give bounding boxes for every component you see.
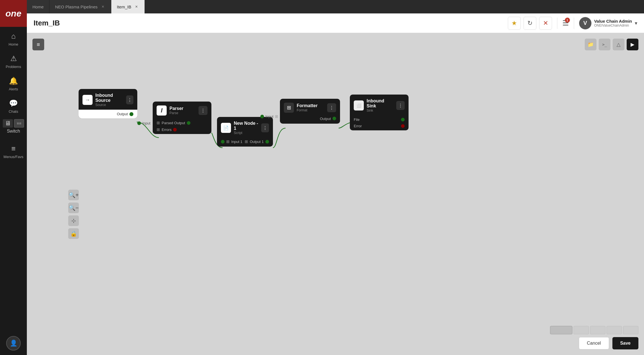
node-formatter-labels: Formatter Format [297,103,318,112]
node-inbound-source[interactable]: → Inbound Source Source ⋮ Output [79,89,137,118]
port-label: Output 1 [250,140,264,144]
port-grid-icon: ⊞ [226,139,230,144]
node-parser-icon: I [157,105,167,116]
port-grid-icon: ⊞ [275,114,278,119]
sidebar-item-home[interactable]: ⌂ Home [0,27,27,49]
list-tool-button[interactable]: ≡ [32,39,44,50]
node-parser[interactable]: I Parser Parse ⋮ ⊞ Parsed Output ⊞ Error… [153,102,211,134]
cancel-button[interactable]: Cancel [579,337,609,349]
node-new-node-ports: ⊞ Input 1 ⊞ Output 1 [217,138,273,147]
node-parser-header: I Parser Parse ⋮ [153,102,211,118]
sidebar: one ⌂ Home ⚠ Problems 🔔 Alerts 💬 Chats 🖥… [0,0,27,355]
sidebar-item-problems[interactable]: ⚠ Problems [0,49,27,72]
problems-icon: ⚠ [10,54,17,63]
node-output-footer: Output [79,110,137,118]
node-subtitle: Format [297,108,318,112]
zoom-out-button[interactable]: 🔍− [68,203,79,213]
port-label: File [354,117,399,122]
output-port-dot [129,112,133,116]
node-inbound-source-labels: Inbound Source Source [95,93,123,107]
menus-icon: ≡ [11,144,15,153]
sidebar-item-chats[interactable]: 💬 Chats [0,94,27,116]
minimap-item [607,326,622,334]
header-divider [557,18,557,29]
minimap-item [550,326,572,334]
tab-close-neo[interactable]: ✕ [100,4,105,9]
lock-button[interactable]: 🔒 [68,228,79,239]
node-menu-button[interactable]: ⋮ [327,103,336,112]
sidebar-item-alerts[interactable]: 🔔 Alerts [0,72,27,94]
tab-item-ib[interactable]: Item_IB ✕ [111,0,145,13]
node-menu-button[interactable]: ⋮ [126,95,133,104]
zoom-out-icon: 🔍− [69,204,79,211]
user-handle: ONEIValueChainAdmin [594,23,632,27]
node-menu-button[interactable]: ⋮ [199,106,207,115]
input-port-label: Input [265,114,273,119]
folder-tool-button[interactable]: 📁 [585,39,596,50]
sidebar-user-avatar[interactable]: 👤 [6,336,21,351]
tab-neo[interactable]: NEO Plasma Pipelines ✕ [49,0,111,13]
node-parser-labels: Parser Parse [169,106,183,115]
port-grid-icon: ⊞ [245,139,248,144]
node-title: Inbound Source [95,93,123,103]
input-port-dot [137,121,141,125]
tab-bar: Home NEO Plasma Pipelines ✕ Item_IB ✕ [27,0,644,13]
zoom-in-icon: 🔍+ [69,192,79,198]
zoom-in-button[interactable]: 🔍+ [68,190,79,200]
layers-icon: △ [617,41,621,48]
layers-tool-button[interactable]: △ [613,39,624,50]
sidebar-item-menus[interactable]: ≡ Menus/Favs [0,139,27,162]
notification-button[interactable]: ☰ 1 [562,19,569,27]
port-dot [265,140,269,144]
node-menu-button[interactable]: ⋮ [261,123,269,132]
refresh-button[interactable]: ↻ [523,17,536,30]
sidebar-item-label: Alerts [9,87,18,91]
run-tool-button[interactable]: ▶ [627,39,638,50]
home-icon: ⌂ [11,32,16,41]
port-dot-error [401,124,405,128]
sidebar-item-label: Menus/Favs [4,155,23,159]
node-formatter[interactable]: ⊞ Formatter Format ⋮ Input ⊞ Output [280,99,340,124]
formatter-output-port: Output [280,116,340,124]
terminal-tool-button[interactable]: >_ [599,39,610,50]
connections-svg [27,33,644,355]
notification-badge: 1 [565,18,570,23]
node-title: Inbound Sink [367,98,393,109]
formatter-input-port: Input ⊞ [260,114,278,119]
node-subtitle: Source [95,103,123,107]
fit-button[interactable]: ⊹ [68,215,79,226]
port-grid-icon: ⊞ [157,121,160,125]
user-section[interactable]: V Value Chain Admin ONEIValueChainAdmin … [579,17,637,29]
avatar-letter: V [583,20,587,26]
node-formatter-icon: ⊞ [284,103,294,113]
sidebar-item-switch[interactable]: 🖥 ≡≡ Switch [0,116,27,137]
output-label: Output [117,112,128,116]
node-formatter-header: ⊞ Formatter Format ⋮ [280,99,340,116]
switch-icons-group: 🖥 ≡≡ [3,119,24,128]
pipeline-canvas[interactable]: ≡ 📁 >_ △ ▶ 🔍+ 🔍− [27,33,644,355]
port-dot [187,121,190,125]
close-button[interactable]: ✕ [539,17,552,30]
terminal-icon: >_ [602,42,607,47]
sidebar-bottom: 👤 [6,336,21,355]
minimap-item [574,326,589,334]
save-button[interactable]: Save [612,337,638,349]
output-label: Output [320,117,331,121]
app-logo[interactable]: one [0,0,27,27]
node-new-node[interactable]: 📄 New Node - 1 Script ⋮ ⊞ Input 1 ⊞ Outp… [217,117,273,147]
port-errors: ⊞ Errors [157,127,207,132]
node-inbound-sink[interactable]: ⬜ Inbound Sink Sink ⋮ File Error [350,95,409,130]
favorite-button[interactable]: ★ [508,17,521,30]
port-parsed-output: ⊞ Parsed Output [157,121,207,125]
zoom-controls: 🔍+ 🔍− ⊹ 🔒 [68,190,79,239]
tab-home[interactable]: Home [27,0,49,13]
node-menu-button[interactable]: ⋮ [396,101,405,110]
node-title: Parser [169,106,183,111]
tab-close-item-ib[interactable]: ✕ [134,4,139,9]
sidebar-item-label: Home [9,42,18,46]
parser-input-port: Input [137,121,150,125]
user-info: Value Chain Admin ONEIValueChainAdmin [594,19,632,27]
node-subtitle: Sink [367,109,393,112]
alerts-icon: 🔔 [9,77,18,85]
node-new-node-header: 📄 New Node - 1 Script ⋮ [217,117,273,138]
